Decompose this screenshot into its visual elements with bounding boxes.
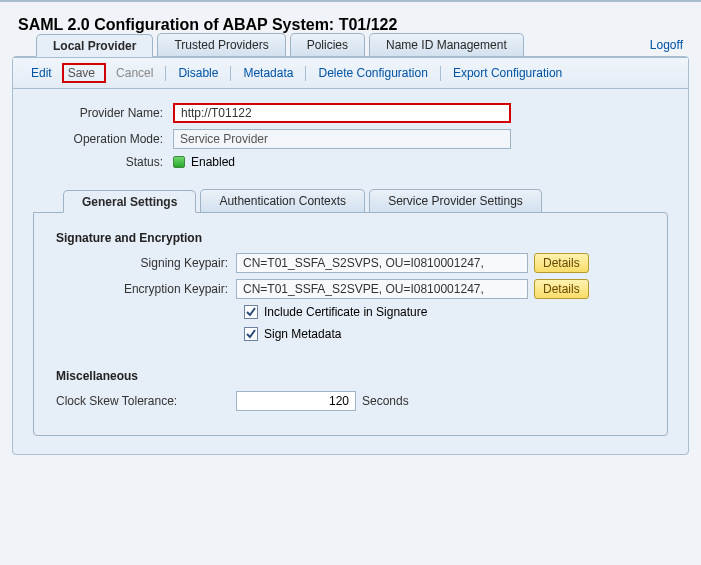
toolbar-separator [165,66,166,81]
inner-tab-bar: General Settings Authentication Contexts… [33,189,668,212]
status-enabled-icon [173,156,185,168]
signing-keypair-label: Signing Keypair: [56,256,236,270]
status-label: Status: [33,155,173,169]
local-provider-panel: Edit Save Cancel Disable Metadata Delete… [12,56,689,455]
tab-name-id-management[interactable]: Name ID Management [369,33,524,56]
check-icon [246,307,256,317]
clock-skew-input[interactable] [236,391,356,411]
disable-button[interactable]: Disable [172,64,224,82]
toolbar-separator [230,66,231,81]
signature-section-header: Signature and Encryption [56,231,645,245]
toolbar-separator [305,66,306,81]
metadata-button[interactable]: Metadata [237,64,299,82]
tab-policies[interactable]: Policies [290,33,365,56]
include-certificate-label: Include Certificate in Signature [264,305,427,319]
logoff-link[interactable]: Logoff [650,38,683,52]
clock-skew-unit: Seconds [362,394,409,408]
delete-configuration-button[interactable]: Delete Configuration [312,64,433,82]
export-configuration-button[interactable]: Export Configuration [447,64,568,82]
save-button[interactable]: Save [62,63,106,83]
tab-authentication-contexts[interactable]: Authentication Contexts [200,189,365,212]
toolbar-separator [440,66,441,81]
status-value: Enabled [191,155,235,169]
signing-keypair-input [236,253,528,273]
sign-metadata-checkbox[interactable] [244,327,258,341]
sign-metadata-label: Sign Metadata [264,327,341,341]
top-tab-bar: Local Provider Trusted Providers Policie… [12,33,701,56]
encryption-keypair-input [236,279,528,299]
provider-name-label: Provider Name: [33,106,173,120]
encryption-keypair-label: Encryption Keypair: [56,282,236,296]
cancel-button: Cancel [110,64,159,82]
tab-trusted-providers[interactable]: Trusted Providers [157,33,285,56]
tab-service-provider-settings[interactable]: Service Provider Settings [369,189,542,212]
clock-skew-label: Clock Skew Tolerance: [56,394,236,408]
provider-name-input[interactable] [173,103,511,123]
general-settings-panel: Signature and Encryption Signing Keypair… [33,212,668,436]
tab-local-provider[interactable]: Local Provider [36,34,153,57]
operation-mode-label: Operation Mode: [33,132,173,146]
toolbar: Edit Save Cancel Disable Metadata Delete… [13,57,688,89]
operation-mode-input [173,129,511,149]
edit-button[interactable]: Edit [25,64,58,82]
check-icon [246,329,256,339]
include-certificate-checkbox[interactable] [244,305,258,319]
miscellaneous-section-header: Miscellaneous [56,369,645,383]
encryption-details-button[interactable]: Details [534,279,589,299]
tab-general-settings[interactable]: General Settings [63,190,196,213]
signing-details-button[interactable]: Details [534,253,589,273]
